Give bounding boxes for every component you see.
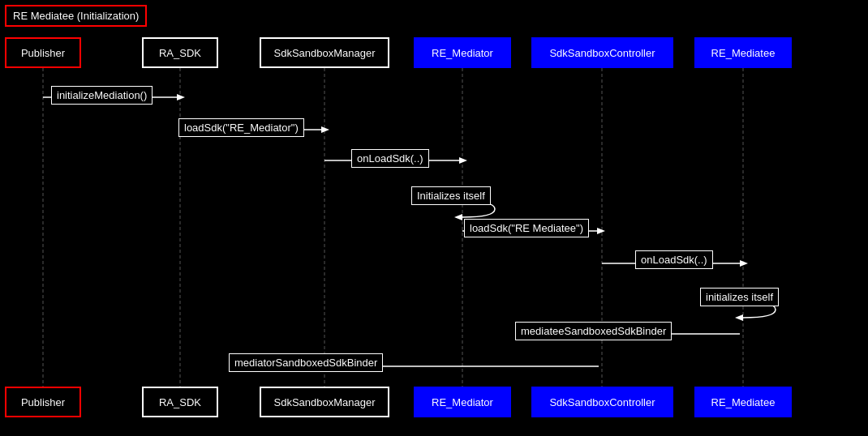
msg-load-sdk-remediator: loadSdk("RE_Mediator")	[178, 118, 304, 137]
actor-remediator-top: RE_Mediator	[414, 37, 511, 68]
svg-marker-14	[597, 228, 605, 234]
msg-mediatee-binder: mediateeSandboxedSdkBinder	[515, 322, 672, 340]
actor-sdksandboxmanager-top: SdkSandboxManager	[260, 37, 389, 68]
svg-marker-16	[740, 260, 748, 267]
actor-publisher-bottom: Publisher	[5, 387, 81, 417]
msg-load-sdk-remediatee: loadSdk("RE Mediatee")	[464, 219, 589, 237]
diagram-title: RE Mediatee (Initialization)	[5, 5, 147, 27]
actor-sdksandboxcontroller-top: SdkSandboxController	[531, 37, 673, 68]
diagram-container: RE Mediatee (Initialization)	[0, 0, 868, 436]
msg-mediator-binder: mediatorSandboxedSdkBinder	[229, 353, 383, 372]
svg-marker-7	[177, 94, 185, 100]
actor-rasdk-top: RA_SDK	[142, 37, 218, 68]
svg-marker-9	[321, 126, 329, 133]
actor-sdksandboxcontroller-bottom: SdkSandboxController	[531, 387, 673, 417]
svg-marker-11	[459, 157, 467, 164]
msg-onloadsdk-2: onLoadSdk(..)	[635, 250, 713, 269]
msg-initialize-mediation: initializeMediation()	[51, 86, 153, 105]
msg-initializes-itself-2: initializes itself	[700, 288, 779, 306]
actor-rasdk-bottom: RA_SDK	[142, 387, 218, 417]
msg-initializes-itself-1: Initializes itself	[411, 186, 491, 205]
actor-sdksandboxmanager-bottom: SdkSandboxManager	[260, 387, 389, 417]
svg-marker-12	[454, 214, 462, 220]
actor-publisher-top: Publisher	[5, 37, 81, 68]
actor-remediatee-top: RE_Mediatee	[694, 37, 792, 68]
actor-remediator-bottom: RE_Mediator	[414, 387, 511, 417]
actor-remediatee-bottom: RE_Mediatee	[694, 387, 792, 417]
msg-onloadsdk-1: onLoadSdk(..)	[351, 149, 429, 168]
svg-marker-17	[735, 314, 743, 321]
